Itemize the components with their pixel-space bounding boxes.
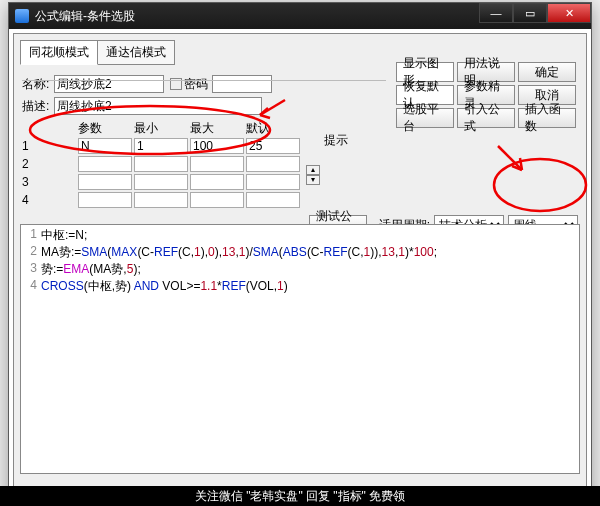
param-header-max: 最大 <box>190 119 246 137</box>
row-num: 3 <box>22 173 78 191</box>
param-name[interactable] <box>78 174 132 190</box>
spin-down[interactable]: ▾ <box>306 175 320 185</box>
param-header-def: 默认 <box>246 119 302 137</box>
param-name[interactable] <box>78 156 132 172</box>
password-input[interactable] <box>212 75 272 93</box>
row-num: 2 <box>22 155 78 173</box>
param-min[interactable] <box>134 192 188 208</box>
param-max[interactable] <box>190 156 244 172</box>
spin-up[interactable]: ▴ <box>306 165 320 175</box>
tab-tonghuashun[interactable]: 同花顺模式 <box>20 40 98 65</box>
row-num: 1 <box>22 137 78 155</box>
row-num: 4 <box>22 191 78 209</box>
param-row: 1 ▴▾ <box>22 137 358 155</box>
param-name[interactable] <box>78 192 132 208</box>
param-header-min: 最小 <box>134 119 190 137</box>
param-header-name: 参数 <box>78 119 134 137</box>
code-editor[interactable]: 1中枢:=N;2MA势:=SMA(MAX(C-REF(C,1),0),13,1)… <box>20 224 580 474</box>
import-button[interactable]: 引入公式 <box>457 108 515 128</box>
param-def[interactable] <box>246 156 300 172</box>
param-def[interactable] <box>246 174 300 190</box>
insertfn-button[interactable]: 插入函数 <box>518 108 576 128</box>
maximize-button[interactable]: ▭ <box>513 3 547 23</box>
app-window: 公式编辑-条件选股 — ▭ ✕ 同花顺模式 通达信模式 名称: 密码 描述: 参… <box>8 2 592 500</box>
close-button[interactable]: ✕ <box>547 3 591 23</box>
desc-input[interactable] <box>54 97 262 115</box>
param-max[interactable] <box>190 138 244 154</box>
tab-tongdaxin[interactable]: 通达信模式 <box>97 40 175 65</box>
param-min[interactable] <box>134 156 188 172</box>
button-grid: 显示图形 用法说明 确定 恢复默认 参数精灵 取消 选股平台 引入公式 插入函数 <box>396 62 576 128</box>
param-max[interactable] <box>190 192 244 208</box>
hint-label: 提示 <box>324 132 348 149</box>
window-title: 公式编辑-条件选股 <box>35 8 135 25</box>
client-area: 同花顺模式 通达信模式 名称: 密码 描述: 参数 最小 最大 默认 <box>13 33 587 495</box>
param-table: 参数 最小 最大 默认 1 ▴▾ 2 3 4 <box>22 119 358 209</box>
ok-button[interactable]: 确定 <box>518 62 576 82</box>
name-input[interactable] <box>54 75 164 93</box>
param-name[interactable] <box>78 138 132 154</box>
param-min[interactable] <box>134 174 188 190</box>
desc-label: 描述: <box>22 98 54 115</box>
password-label: 密码 <box>184 76 208 93</box>
title-bar[interactable]: 公式编辑-条件选股 — ▭ ✕ <box>9 3 591 29</box>
platform-button[interactable]: 选股平台 <box>396 108 454 128</box>
param-def[interactable] <box>246 192 300 208</box>
param-min[interactable] <box>134 138 188 154</box>
app-icon <box>15 9 29 23</box>
name-label: 名称: <box>22 76 54 93</box>
promo-banner: 关注微信 "老韩实盘" 回复 "指标" 免费领 <box>0 486 600 506</box>
param-max[interactable] <box>190 174 244 190</box>
minimize-button[interactable]: — <box>479 3 513 23</box>
param-def[interactable] <box>246 138 300 154</box>
